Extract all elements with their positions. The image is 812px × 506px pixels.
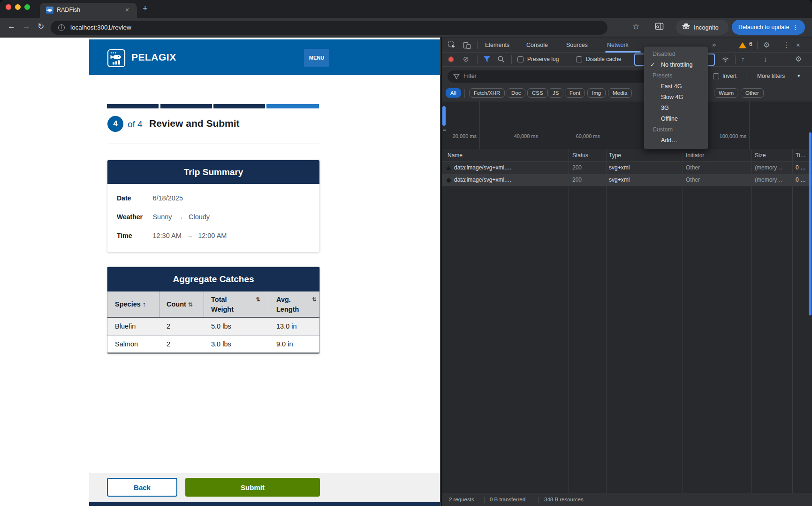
trip-summary-card: Trip Summary Date 6/18/2025 Weather Sunn… (107, 160, 320, 253)
request-size: (memory… (755, 176, 782, 183)
scrollbar-thumb[interactable] (809, 132, 812, 315)
menu-item-offline[interactable]: Offline (644, 114, 708, 124)
devtools-close-icon[interactable]: × (796, 41, 800, 49)
request-row[interactable]: data:image/svg+xml,… 200 svg+xml Other (… (442, 162, 812, 174)
chip-js[interactable]: JS (548, 88, 563, 98)
relaunch-button[interactable]: Relaunch to update ⋮ (732, 20, 805, 35)
chip-all[interactable]: All (446, 88, 461, 98)
col-header-species[interactable]: Species ↑ (115, 299, 146, 309)
col-size[interactable]: Size (755, 152, 766, 159)
sort-icon[interactable]: ⇅ (188, 301, 193, 308)
site-info-icon[interactable]: i (58, 24, 65, 31)
chip-img[interactable]: Img (587, 88, 606, 98)
progress-step-2 (160, 104, 212, 108)
more-filters-label[interactable]: More filters (757, 73, 785, 79)
search-icon[interactable] (497, 55, 505, 64)
filter-funnel-icon[interactable] (483, 56, 491, 64)
tab-close-icon[interactable]: × (125, 6, 129, 14)
network-toolbar: ⊘ Preserve log Disable cache ↑ ↓ ⚙ (442, 53, 812, 67)
back-icon[interactable]: ← (8, 22, 15, 31)
timeline-tick: 40,000 ms (514, 133, 538, 139)
menu-item-slow-4g[interactable]: Slow 4G (644, 92, 708, 103)
trip-row-time: Time 12:30 AM → 12:00 AM (117, 231, 227, 240)
disable-cache-checkbox[interactable] (576, 56, 582, 62)
invert-checkbox[interactable] (713, 73, 719, 79)
sort-icon[interactable]: ⇅ (312, 296, 317, 303)
address-bar[interactable]: i localhost:3001/review (51, 21, 607, 35)
warning-triangle-resource-icon (446, 166, 451, 170)
col-header-length[interactable]: Avg. Length (276, 295, 305, 314)
warning-count[interactable]: 6 (749, 41, 752, 47)
cell-species: Bluefin (115, 322, 136, 330)
sort-icon[interactable]: ⇅ (256, 296, 260, 303)
network-conditions-icon[interactable] (721, 55, 729, 64)
more-tabs-icon[interactable]: » (712, 40, 716, 48)
col-status[interactable]: Status (572, 152, 588, 159)
chip-media[interactable]: Media (608, 88, 632, 98)
chip-wasm[interactable]: Wasm (714, 88, 738, 98)
col-header-weight[interactable]: Total Weight (211, 295, 240, 314)
col-name[interactable]: Name (448, 152, 463, 159)
devtools-tabbar: Elements Console Sources Network » 6 ⚙ ⋮… (442, 38, 812, 53)
menu-item-3g[interactable]: 3G (644, 103, 708, 114)
tab-elements[interactable]: Elements (485, 38, 509, 53)
chrome-menu-dots-icon[interactable]: ⋮ (792, 23, 798, 31)
cell-count: 2 (167, 340, 170, 348)
inspect-element-icon[interactable] (448, 41, 456, 51)
clear-network-log-icon[interactable]: ⊘ (463, 55, 469, 63)
export-har-icon[interactable]: ↓ (764, 55, 767, 63)
menu-item-fast-4g[interactable]: Fast 4G (644, 81, 708, 92)
browser-tab[interactable]: RADFish × (40, 3, 137, 18)
col-type[interactable]: Type (609, 152, 621, 159)
timeline-tick: 60,000 ms (576, 133, 600, 139)
more-filters-caret-icon[interactable]: ▾ (797, 73, 800, 79)
submit-button[interactable]: Submit (185, 478, 320, 497)
chip-fetch-xhr[interactable]: Fetch/XHR (469, 88, 505, 98)
sort-asc-icon[interactable]: ↑ (143, 300, 146, 308)
back-button[interactable]: Back (107, 478, 177, 497)
preserve-log-label[interactable]: Preserve log (527, 56, 559, 62)
menu-button[interactable]: MENU (304, 49, 329, 67)
menu-item-no-throttling[interactable]: ✓ No throttling (644, 60, 708, 70)
overview-scroll-handle[interactable] (442, 106, 446, 126)
request-time: 0 … (796, 164, 806, 171)
col-initiator[interactable]: Initiator (686, 152, 704, 159)
request-size: (memory… (755, 164, 782, 171)
chip-css[interactable]: CSS (527, 88, 548, 98)
reload-icon[interactable]: ↻ (38, 22, 44, 31)
page-title: Review and Submit (149, 118, 240, 129)
warning-triangle-icon[interactable] (739, 42, 746, 48)
menu-item-add[interactable]: Add… (644, 135, 708, 146)
side-panel-icon[interactable] (655, 23, 664, 32)
heading-divider (107, 144, 319, 144)
bookmark-star-icon[interactable]: ☆ (632, 22, 639, 31)
network-settings-gear-icon[interactable]: ⚙ (795, 54, 802, 63)
request-row[interactable]: data:image/svg+xml,… 200 svg+xml Other (… (442, 174, 812, 186)
chip-font[interactable]: Font (565, 88, 585, 98)
forward-icon[interactable]: → (23, 22, 30, 31)
devtools-menu-dots-icon[interactable]: ⋮ (783, 41, 790, 49)
settings-gear-icon[interactable]: ⚙ (763, 40, 770, 49)
tab-sources[interactable]: Sources (566, 38, 588, 53)
col-header-count[interactable]: Count ⇅ (167, 299, 193, 310)
import-har-icon[interactable]: ↑ (741, 55, 745, 63)
invert-label[interactable]: Invert (722, 73, 736, 79)
progress-step-4 (266, 104, 319, 108)
trip-value: 6/18/2025 (152, 194, 183, 202)
window-zoom-button[interactable] (24, 4, 30, 10)
trip-value: 12:30 AM (152, 232, 181, 239)
record-network-log-icon[interactable] (448, 56, 454, 62)
tab-console[interactable]: Console (526, 38, 548, 53)
disable-cache-label[interactable]: Disable cache (586, 56, 621, 62)
window-minimize-button[interactable] (15, 4, 21, 10)
col-time[interactable]: Ti… (796, 152, 806, 159)
new-tab-icon[interactable]: + (143, 4, 148, 14)
device-toolbar-icon[interactable] (463, 41, 471, 51)
preserve-log-checkbox[interactable] (517, 56, 524, 62)
chip-other[interactable]: Other (741, 88, 764, 98)
chip-doc[interactable]: Doc (507, 88, 525, 98)
tab-network[interactable]: Network (607, 38, 629, 53)
network-overview-timeline: 20,000 ms 40,000 ms 60,000 ms 100,000 ms (442, 101, 812, 149)
window-close-button[interactable] (6, 4, 11, 10)
tab-title: RADFish (57, 7, 80, 13)
